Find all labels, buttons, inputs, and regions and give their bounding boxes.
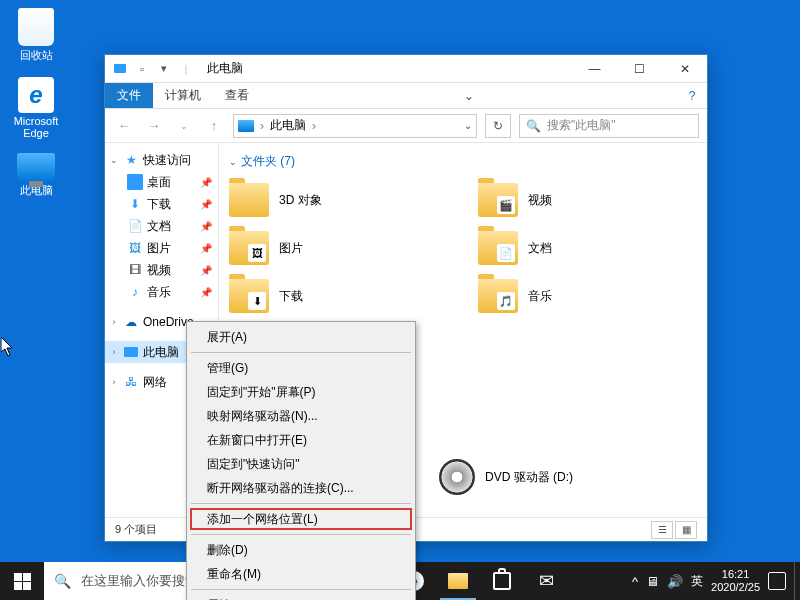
taskbar-app-store[interactable] — [480, 562, 524, 600]
label: 桌面 — [147, 174, 171, 191]
search-box[interactable]: 🔍 搜索"此电脑" — [519, 114, 699, 138]
label: 快速访问 — [143, 152, 191, 169]
label: 图片 — [279, 240, 303, 257]
pin-icon: 📌 — [200, 243, 212, 254]
star-icon: ★ — [123, 152, 139, 168]
section-header-folders[interactable]: ⌄ 文件夹 (7) — [229, 153, 697, 170]
chevron-right-icon[interactable]: › — [109, 317, 119, 327]
tab-view[interactable]: 查看 — [213, 83, 261, 108]
folder-icon: 📄 — [478, 231, 518, 265]
minimize-button[interactable]: — — [572, 55, 617, 83]
quick-access-toolbar: ▫ ▾ | — [111, 60, 195, 78]
refresh-button[interactable]: ↻ — [485, 114, 511, 138]
search-placeholder: 搜索"此电脑" — [547, 117, 616, 134]
tree-quick-item[interactable]: 桌面📌 — [105, 171, 218, 193]
desktop-icon-recycle-bin[interactable]: 回收站 — [6, 8, 66, 63]
start-button[interactable] — [0, 562, 44, 600]
pc-icon — [123, 344, 139, 360]
view-details-button[interactable]: ☰ — [651, 521, 673, 539]
tree-quick-access[interactable]: ⌄ ★ 快速访问 — [105, 149, 218, 171]
chevron-right-icon[interactable]: › — [109, 377, 119, 387]
folder-icon: 🎵 — [478, 279, 518, 313]
folder-icon — [448, 573, 468, 589]
clock[interactable]: 16:21 2020/2/25 — [711, 568, 760, 594]
close-button[interactable]: ✕ — [662, 55, 707, 83]
network-icon: 🖧 — [123, 374, 139, 390]
folder-icon: 🖼 — [229, 231, 269, 265]
menu-item[interactable]: 在新窗口中打开(E) — [189, 428, 413, 452]
chevron-down-icon[interactable]: ⌄ — [109, 155, 119, 165]
menu-item[interactable]: 删除(D) — [189, 538, 413, 562]
notifications-button[interactable] — [768, 572, 786, 590]
folder-item[interactable]: 🎵音乐 — [478, 274, 697, 318]
breadcrumb[interactable]: 此电脑 — [270, 117, 306, 134]
maximize-button[interactable]: ☐ — [617, 55, 662, 83]
tab-computer[interactable]: 计算机 — [153, 83, 213, 108]
folder-icon: 🎬 — [478, 183, 518, 217]
menu-separator — [191, 352, 411, 353]
window-title: 此电脑 — [207, 60, 243, 77]
help-button[interactable]: ? — [677, 83, 707, 108]
mus-icon: ♪ — [127, 284, 143, 300]
titlebar[interactable]: ▫ ▾ | 此电脑 — ☐ ✕ — [105, 55, 707, 83]
menu-separator — [191, 589, 411, 590]
pc-icon — [238, 120, 254, 132]
mail-icon: ✉ — [539, 570, 554, 592]
folder-item[interactable]: 3D 对象 — [229, 178, 448, 222]
view-icons-button[interactable]: ▦ — [675, 521, 697, 539]
tree-quick-item[interactable]: ⬇下载📌 — [105, 193, 218, 215]
menu-item[interactable]: 展开(A) — [189, 325, 413, 349]
ime-indicator[interactable]: 英 — [691, 573, 703, 590]
label: 视频 — [147, 262, 171, 279]
pin-icon: 📌 — [200, 199, 212, 210]
address-bar[interactable]: › 此电脑 › ⌄ — [233, 114, 477, 138]
volume-icon[interactable]: 🔊 — [667, 574, 683, 589]
folder-item[interactable]: ⬇下载 — [229, 274, 448, 318]
tray-overflow-icon[interactable]: ^ — [632, 574, 638, 589]
expand-ribbon-button[interactable]: ⌄ — [454, 83, 484, 108]
pin-icon: 📌 — [200, 265, 212, 276]
label: 视频 — [528, 192, 552, 209]
menu-item[interactable]: 断开网络驱动器的连接(C)... — [189, 476, 413, 500]
tab-file[interactable]: 文件 — [105, 83, 153, 108]
forward-button[interactable]: → — [143, 115, 165, 137]
breadcrumb-sep: › — [260, 119, 264, 133]
taskbar-app-explorer[interactable] — [436, 562, 480, 600]
menu-item[interactable]: 管理(G) — [189, 356, 413, 380]
recent-dropdown[interactable]: ⌄ — [173, 115, 195, 137]
edge-icon — [18, 77, 54, 113]
menu-item[interactable]: 重命名(M) — [189, 562, 413, 586]
show-desktop-button[interactable] — [794, 562, 800, 600]
chevron-right-icon[interactable]: › — [109, 347, 119, 357]
folder-item[interactable]: 📄文档 — [478, 226, 697, 270]
up-button[interactable]: ↑ — [203, 115, 225, 137]
menu-item[interactable]: 固定到"开始"屏幕(P) — [189, 380, 413, 404]
dropdown-icon[interactable]: ⌄ — [464, 120, 472, 131]
taskbar-app-mail[interactable]: ✉ — [524, 562, 568, 600]
menu-item[interactable]: 映射网络驱动器(N)... — [189, 404, 413, 428]
tree-quick-item[interactable]: 🖼图片📌 — [105, 237, 218, 259]
network-icon[interactable]: 🖥 — [646, 574, 659, 589]
tree-quick-item[interactable]: 📄文档📌 — [105, 215, 218, 237]
windows-logo-icon — [14, 573, 31, 590]
pic-icon: 🖼 — [127, 240, 143, 256]
tree-quick-item[interactable]: ♪音乐📌 — [105, 281, 218, 303]
menu-item[interactable]: 属性(R) — [189, 593, 413, 600]
tree-quick-item[interactable]: 🎞视频📌 — [105, 259, 218, 281]
menu-item[interactable]: 固定到"快速访问" — [189, 452, 413, 476]
dl-icon: ⬇ — [127, 196, 143, 212]
desktop-icon-this-pc[interactable]: 此电脑 — [6, 153, 66, 198]
label: Microsoft Edge — [6, 115, 66, 139]
properties-icon[interactable]: ▫ — [133, 60, 151, 78]
drive-dvd[interactable]: DVD 驱动器 (D:) — [439, 453, 573, 501]
qat-dropdown-icon[interactable]: ▾ — [155, 60, 173, 78]
back-button[interactable]: ← — [113, 115, 135, 137]
cursor-icon — [1, 337, 15, 357]
search-icon: 🔍 — [54, 573, 71, 589]
folder-item[interactable]: 🎬视频 — [478, 178, 697, 222]
desktop-icon-edge[interactable]: Microsoft Edge — [6, 77, 66, 139]
menu-item[interactable]: 添加一个网络位置(L) — [189, 507, 413, 531]
dvd-icon — [439, 459, 475, 495]
folder-item[interactable]: 🖼图片 — [229, 226, 448, 270]
label: 下载 — [279, 288, 303, 305]
